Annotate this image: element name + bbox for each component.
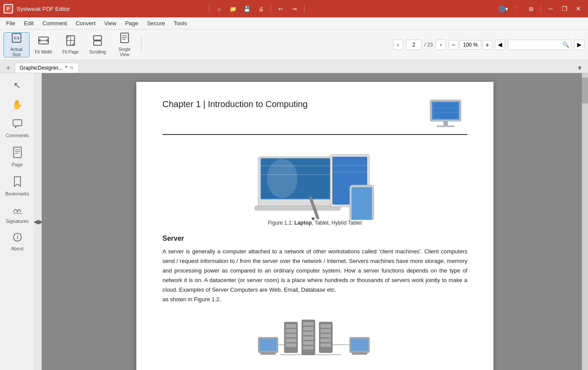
page-label: Page [12, 162, 23, 167]
menu-edit[interactable]: Edit [20, 18, 38, 28]
sidebar-item-select[interactable]: ↖ [2, 77, 33, 94]
title-toolbar: ⌂ 📁 💾 🖨 ↩ ↪ [207, 3, 306, 15]
search-icon[interactable]: 🔍 [562, 41, 569, 48]
sidebar-item-page[interactable]: Page [2, 143, 33, 171]
zoom-in-button[interactable]: + [483, 40, 492, 50]
svg-rect-49 [286, 343, 296, 347]
server-illustration [245, 313, 385, 366]
single-view-label: Single View [114, 47, 135, 57]
redo-icon-btn[interactable]: ↪ [288, 3, 301, 15]
zoom-out-button[interactable]: − [449, 40, 458, 50]
chapter-title: Chapter 1 | Introduction to Computing [162, 99, 308, 109]
search-input[interactable] [510, 42, 562, 48]
undo-icon-btn[interactable]: ↩ [274, 3, 287, 15]
add-tab-button[interactable]: + [3, 63, 13, 73]
window-controls: 🌐▾ ❓ ⊞ ─ ❐ ✕ [497, 3, 585, 15]
folder-icon-btn[interactable]: 📁 [227, 3, 239, 15]
svg-rect-56 [303, 346, 314, 350]
svg-rect-60 [321, 334, 331, 337]
comments-icon [12, 118, 23, 131]
section-text: A server is generally a computer attache… [162, 247, 467, 305]
sidebar-item-bookmarks[interactable]: Bookmarks [2, 172, 33, 200]
menu-file[interactable]: File [2, 18, 20, 28]
left-sidebar: ↖ ✋ Comments Page Bookmarks [0, 73, 35, 370]
nav-prev-button[interactable]: ◀ [495, 40, 505, 50]
toolbar-right: ‹ / 23 › − 100 % + ◀ 🔍 ▶ [393, 40, 585, 50]
single-view-button[interactable]: Single View [112, 32, 138, 57]
svg-rect-9 [121, 33, 128, 43]
menu-bar: File Edit Comment Convert View Page Secu… [0, 17, 588, 30]
svg-rect-25 [433, 103, 458, 118]
svg-rect-47 [286, 334, 296, 337]
svg-rect-14 [14, 147, 21, 158]
title-bar: P Systweak PDF Editor ⌂ 📁 💾 🖨 ↩ ↪ 🌐▾ ❓ ⊞… [0, 0, 588, 17]
svg-rect-66 [260, 353, 276, 355]
minimize-button[interactable]: ─ [544, 3, 557, 15]
tab-close-button[interactable]: ✕ [70, 65, 74, 71]
fit-width-icon [37, 34, 50, 49]
menu-tools[interactable]: Tools [169, 18, 191, 28]
view-tools-group: 1:1 Actual Size Fit Width [3, 32, 138, 57]
app-logo: P [3, 4, 13, 13]
menu-page[interactable]: Page [121, 18, 142, 28]
sidebar-item-comments[interactable]: Comments [2, 115, 33, 141]
document-tab[interactable]: GraphicDesignin... * ✕ [15, 63, 79, 73]
print-icon-btn[interactable]: 🖨 [255, 3, 267, 15]
scrolling-button[interactable]: Scrolling [84, 32, 111, 57]
svg-rect-65 [260, 339, 277, 351]
actual-size-button[interactable]: 1:1 Actual Size [3, 32, 30, 57]
about-icon: i [13, 232, 22, 244]
svg-rect-24 [437, 125, 454, 127]
menu-convert[interactable]: Convert [71, 18, 100, 28]
home-icon-btn[interactable]: ⌂ [213, 3, 225, 15]
devices-illustration [245, 144, 385, 220]
bookmarks-label: Bookmarks [5, 191, 29, 196]
help-icon-btn[interactable]: ❓ [511, 3, 523, 15]
menu-comment[interactable]: Comment [38, 18, 71, 28]
svg-rect-33 [261, 174, 334, 175]
sidebar-item-hand[interactable]: ✋ [2, 96, 33, 113]
save-icon-btn[interactable]: 💾 [241, 3, 253, 15]
sidebar-item-about[interactable]: i About [2, 229, 33, 255]
actual-size-icon: 1:1 [10, 32, 23, 46]
tab-arrow-button[interactable]: ▼ [575, 63, 585, 73]
fit-width-button[interactable]: Fit Width [30, 32, 57, 57]
svg-text:i: i [17, 235, 18, 240]
divider-2 [270, 4, 271, 13]
language-icon-btn[interactable]: 🌐▾ [497, 3, 509, 15]
prev-page-button[interactable]: ‹ [393, 40, 403, 50]
svg-rect-8 [94, 41, 101, 45]
menu-secure[interactable]: Secure [143, 18, 169, 28]
signatures-label: Signatures [6, 219, 29, 224]
fit-page-icon [64, 34, 77, 49]
tab-modified-indicator: * [65, 65, 68, 71]
fit-page-button[interactable]: Fit Page [57, 32, 84, 57]
svg-rect-55 [303, 341, 314, 345]
svg-rect-51 [303, 322, 314, 326]
scrollbar-thumb[interactable] [582, 77, 588, 104]
divider-4 [541, 4, 541, 13]
layout-icon-btn[interactable]: ⊞ [525, 3, 537, 15]
vertical-scrollbar[interactable] [582, 73, 588, 370]
page-number-input[interactable] [406, 40, 422, 50]
svg-point-31 [267, 159, 297, 198]
server-figure [162, 313, 467, 366]
pdf-page: Chapter 1 | Introduction to Computing [136, 82, 493, 370]
document-area[interactable]: Chapter 1 | Introduction to Computing [42, 73, 588, 370]
close-button[interactable]: ✕ [572, 3, 585, 15]
svg-rect-68 [351, 339, 368, 351]
next-page-button[interactable]: › [436, 40, 446, 50]
page-total: / 23 [424, 42, 433, 48]
about-label: About [11, 246, 24, 251]
toolbar-separator [141, 36, 142, 54]
nav-next-button[interactable]: ▶ [574, 40, 585, 50]
svg-rect-59 [321, 329, 331, 333]
sidebar-item-signatures[interactable]: Signatures [2, 202, 33, 227]
restore-button[interactable]: ❐ [558, 3, 571, 15]
svg-rect-62 [321, 343, 331, 347]
scrolling-label: Scrolling [89, 50, 106, 55]
fit-page-label: Fit Page [62, 50, 78, 55]
sidebar-collapse-button[interactable]: ◀▶ [35, 73, 42, 370]
tab-bar: + GraphicDesignin... * ✕ ▼ [0, 60, 588, 73]
menu-view[interactable]: View [100, 18, 121, 28]
